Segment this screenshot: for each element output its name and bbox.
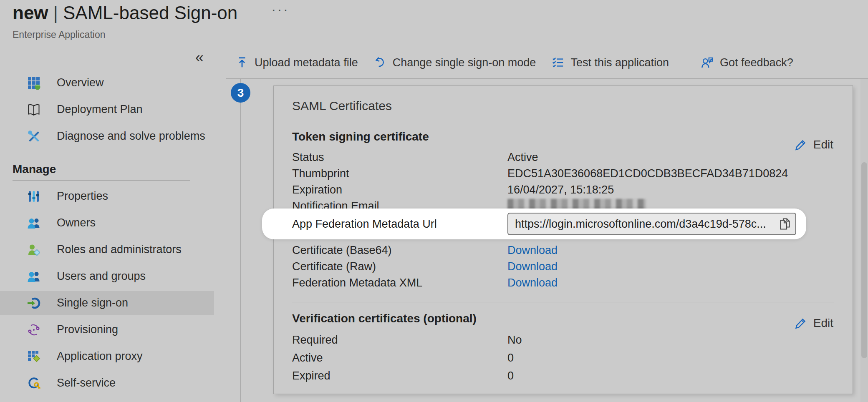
users-icon [27, 269, 42, 284]
toolbar-item-label: Upload metadata file [255, 56, 358, 69]
title-separator: | [48, 3, 63, 23]
roles-icon [27, 242, 42, 257]
row-value: No [507, 334, 522, 347]
sidebar-divider-line [13, 180, 190, 181]
row-active: Active0 [292, 349, 853, 367]
app-name: new [13, 3, 48, 23]
sidebar-item-self-service[interactable]: Self-service [0, 371, 214, 395]
blade-name: SAML-based Sign-on [63, 3, 237, 23]
toolbar-got-feedback-button[interactable]: Got feedback? [701, 56, 793, 69]
edit-verification-certificates-button[interactable]: Edit [794, 317, 833, 330]
row-required: RequiredNo [292, 331, 853, 349]
sidebar-group-manage: Manage [13, 163, 214, 175]
copy-icon[interactable] [778, 217, 792, 231]
owners-icon [27, 216, 42, 231]
sidebar-item-label: Provisioning [57, 323, 118, 336]
page-header: new|SAML-based Sign-on ··· Enterprise Ap… [0, 0, 868, 47]
edit-label: Edit [813, 317, 833, 330]
row-label: Expired [292, 369, 507, 382]
metadata-url-value: https://login.microsoftonline.com/d3a4c1… [515, 218, 766, 231]
sidebar-item-label: Properties [57, 190, 108, 203]
sidebar-item-label: Application proxy [57, 350, 143, 363]
row-label: Certificate (Raw) [292, 260, 507, 273]
verification-certificates-heading: Verification certificates (optional) [292, 312, 853, 325]
azure-portal-saml-sign-on-page: { "header": { "app_name": "new", "separa… [0, 0, 868, 402]
row-value: Active [507, 151, 538, 164]
sidebar-item-single-sign-on[interactable]: Single sign-on [0, 291, 214, 315]
card-section-divider [292, 302, 834, 302]
row-label: Federation Metadata XML [292, 276, 507, 289]
card-title: SAML Certificates [292, 98, 853, 113]
sidebar-item-label: Users and groups [57, 270, 146, 283]
test-checklist-icon [552, 56, 564, 69]
sidebar-item-properties[interactable]: Properties [0, 184, 214, 208]
download-link-certificate-raw[interactable]: Download [507, 260, 558, 273]
metadata-url-input[interactable]: https://login.microsoftonline.com/d3a4c1… [507, 213, 796, 235]
sidebar-item-label: Owners [57, 216, 96, 229]
sidebar-item-label: Self-service [57, 377, 116, 389]
scrollbar[interactable] [860, 79, 868, 402]
row-label: Active [292, 352, 507, 364]
row-expired: Expired0 [292, 367, 853, 385]
row-label: Status [292, 151, 507, 164]
page-subtitle: Enterprise Application [13, 29, 105, 40]
more-menu-icon[interactable]: ··· [271, 0, 289, 18]
sidebar-item-label: Roles and administrators [57, 243, 182, 256]
scrollbar-thumb[interactable] [861, 162, 867, 358]
sidebar-item-application-proxy[interactable]: Application proxy [0, 344, 214, 368]
sidebar-menu: OverviewDeployment PlanDiagnose and solv… [0, 71, 214, 398]
command-bar: Upload metadata fileChange single sign-o… [227, 47, 860, 78]
provisioning-icon [27, 322, 42, 337]
sidebar-item-label: Single sign-on [57, 296, 128, 309]
deployment-plan-icon [27, 102, 42, 117]
change-mode-icon [374, 56, 386, 69]
sidebar-item-deployment-plan[interactable]: Deployment Plan [0, 98, 214, 121]
sidebar-item-label: Deployment Plan [57, 103, 143, 116]
page-title: new|SAML-based Sign-on [13, 2, 237, 24]
single-sign-on-icon [27, 296, 42, 311]
row-label: Expiration [292, 183, 507, 196]
toolbar-change-single-sign-on-mode-button[interactable]: Change single sign-on mode [374, 56, 536, 69]
sidebar-item-users-and-groups[interactable]: Users and groups [0, 264, 214, 288]
toolbar-item-label: Test this application [570, 56, 669, 69]
row-value: 16/04/2027, 15:18:25 [507, 183, 614, 196]
sidebar: « OverviewDeployment PlanDiagnose and so… [0, 47, 214, 402]
token-signing-certificate-heading: Token signing certificate [292, 130, 853, 143]
row-label: Certificate (Base64) [292, 244, 507, 257]
row-thumbprint: ThumbprintEDC51A30E36068ED1CD0CDB3BECFAD… [292, 166, 853, 182]
toolbar-upload-metadata-file-button[interactable]: Upload metadata file [236, 56, 358, 69]
sidebar-item-owners[interactable]: Owners [0, 211, 214, 235]
diagnose-icon [27, 129, 42, 144]
step-number-badge: 3 [231, 83, 250, 103]
sidebar-item-provisioning[interactable]: Provisioning [0, 318, 214, 342]
feedback-icon [701, 56, 714, 69]
pencil-icon [794, 138, 807, 151]
self-service-icon [27, 376, 42, 391]
upload-icon [236, 56, 248, 69]
download-link-certificate-base64[interactable]: Download [507, 244, 558, 257]
collapse-sidebar-icon[interactable]: « [195, 50, 204, 65]
toolbar-divider [685, 54, 685, 71]
row-label: Thumbprint [292, 167, 507, 180]
sidebar-item-roles-and-administrators[interactable]: Roles and administrators [0, 238, 214, 261]
row-expiration: Expiration16/04/2027, 15:18:25 [292, 182, 853, 198]
row-value: EDC51A30E36068ED1CD0CDB3BECFAD34B71D0824 [507, 167, 788, 180]
step-connector-line [240, 78, 241, 402]
edit-token-certificate-button[interactable]: Edit [794, 138, 833, 151]
row-certificate-base64: Certificate (Base64)Download [292, 242, 853, 259]
sidebar-item-label: Overview [57, 76, 104, 89]
overview-icon [27, 75, 42, 90]
edit-label: Edit [813, 138, 833, 151]
sidebar-item-label: Diagnose and solve problems [57, 130, 205, 143]
row-federation-metadata-xml: Federation Metadata XMLDownload [292, 275, 853, 291]
row-status: StatusActive [292, 149, 853, 166]
pencil-icon [794, 317, 807, 330]
toolbar-test-this-application-button[interactable]: Test this application [552, 56, 669, 69]
sidebar-item-diagnose-and-solve-problems[interactable]: Diagnose and solve problems [0, 124, 214, 148]
download-link-federation-metadata-xml[interactable]: Download [507, 276, 558, 289]
sidebar-item-overview[interactable]: Overview [0, 71, 214, 95]
toolbar-item-label: Change single sign-on mode [393, 56, 536, 69]
row-label: Required [292, 334, 507, 347]
row-value: 0 [507, 369, 514, 382]
row-app-federation-metadata-url-highlighted: App Federation Metadata Urlhttps://login… [262, 209, 806, 239]
